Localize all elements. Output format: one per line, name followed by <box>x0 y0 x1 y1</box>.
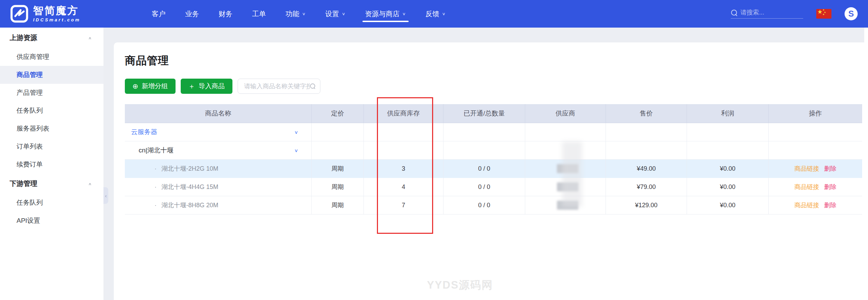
nav-item-resources-store[interactable]: 资源与商店 ∨ <box>365 0 406 28</box>
profit-cell: ¥0.00 <box>687 178 769 196</box>
pricing-cell: 周期 <box>312 196 364 214</box>
plus-icon: ＋ <box>188 83 195 90</box>
column-header-pricing: 定价 <box>312 104 364 123</box>
sidebar-section-downstream[interactable]: 下游管理 ∧ <box>0 173 103 194</box>
avatar-letter: S <box>848 9 854 19</box>
sidebar-item-api-settings[interactable]: API设置 <box>0 212 103 230</box>
global-search-input[interactable] <box>740 9 796 16</box>
sidebar-item-order-list[interactable]: 订单列表 <box>0 138 103 156</box>
product-link-button[interactable]: 商品链接 <box>795 201 819 209</box>
chevron-down-icon[interactable]: ∨ <box>294 129 298 134</box>
search-icon <box>310 83 316 89</box>
chevron-down-icon[interactable]: ∨ <box>294 148 298 153</box>
product-name[interactable]: 湖北十堰-2H2G 10M <box>161 164 218 173</box>
search-icon <box>731 9 738 16</box>
nav-item-label: 功能 <box>286 9 299 19</box>
nav-item-settings[interactable]: 设置 ∨ <box>325 0 345 28</box>
nav-item-business[interactable]: 业务 <box>185 0 199 28</box>
delete-button[interactable]: 删除 <box>824 183 837 191</box>
supplier-stock-cell: 4 <box>364 178 443 196</box>
column-header-supplier: 供应商 <box>525 104 606 123</box>
empty-cell <box>606 123 687 141</box>
empty-cell <box>364 141 443 160</box>
add-group-button[interactable]: ⊕ 新增分组 <box>125 79 176 94</box>
sidebar-item-server-list[interactable]: 服务器列表 <box>0 120 103 138</box>
sidebar-item-products[interactable]: 产品管理 <box>0 84 103 102</box>
empty-cell <box>525 123 606 141</box>
sidebar-item-downstream-task-queue[interactable]: 任务队列 <box>0 194 103 212</box>
pricing-cell: 周期 <box>312 160 364 178</box>
chevron-down-icon: ∨ <box>302 12 306 16</box>
sidebar-section-upstream[interactable]: 上游资源 ∧ <box>0 28 103 48</box>
sidebar-section-label: 上游资源 <box>10 33 37 42</box>
profit-cell: ¥0.00 <box>687 196 769 214</box>
logo-mark-icon <box>10 5 28 23</box>
sale-price-cell: ¥49.00 <box>606 160 687 178</box>
nav-item-label: 资源与商店 <box>365 9 400 19</box>
nav-item-finance[interactable]: 财务 <box>219 0 232 28</box>
product-name[interactable]: 湖北十堰-4H4G 15M <box>161 183 218 191</box>
nav-item-feedback[interactable]: 反馈 ∨ <box>426 0 446 28</box>
table-subgroup-row: cn|湖北十堰 ∨ <box>125 141 862 160</box>
sidebar-item-supplier-management[interactable]: 供应商管理 <box>0 48 103 66</box>
chevron-left-icon: ‹ <box>105 193 107 199</box>
supplier-stock-cell: 7 <box>364 196 443 214</box>
product-search-box[interactable] <box>238 79 320 94</box>
empty-cell <box>769 141 862 160</box>
table-row: · 湖北十堰-4H4G 15M 周期 4 0 / 0 ¥79.00 ¥0.00 … <box>125 178 862 196</box>
sidebar-item-product-management[interactable]: 商品管理 <box>0 66 103 84</box>
product-link-button[interactable]: 商品链接 <box>795 164 819 173</box>
group-name-link[interactable]: 云服务器 <box>131 128 157 137</box>
nav-item-label: 反馈 <box>426 9 439 19</box>
product-search-input[interactable] <box>244 83 310 90</box>
content-background-strip <box>103 28 868 42</box>
nav-item-label: 财务 <box>219 9 232 19</box>
opened-total-cell: 0 / 0 <box>443 178 525 196</box>
nav-item-features[interactable]: 功能 ∨ <box>286 0 306 28</box>
bullet-icon: · <box>154 202 157 209</box>
delete-button[interactable]: 删除 <box>824 164 837 173</box>
nav-item-label: 工单 <box>252 9 266 19</box>
logo-title: 智简魔方 <box>33 5 81 16</box>
empty-cell <box>687 123 769 141</box>
nav-item-customers[interactable]: 客户 <box>152 0 166 28</box>
user-avatar[interactable]: S <box>845 7 858 20</box>
delete-button[interactable]: 删除 <box>824 201 837 209</box>
chevron-up-icon: ∧ <box>88 36 92 40</box>
supplier-stock-cell: 3 <box>364 160 443 178</box>
sidebar-item-renewal-orders[interactable]: 续费订单 <box>0 156 103 173</box>
header-right-area: ★ ★ ★ ★ S <box>731 0 858 28</box>
logo-subtitle: IDCSmart.com <box>33 17 81 22</box>
app-logo[interactable]: 智简魔方 IDCSmart.com <box>10 5 103 23</box>
sidebar-item-task-queue[interactable]: 任务队列 <box>0 102 103 120</box>
import-products-button[interactable]: ＋ 导入商品 <box>181 79 232 94</box>
table-group-row: 云服务器 ∨ <box>125 123 862 141</box>
page-scrollbar[interactable] <box>864 28 868 300</box>
bullet-icon: · <box>154 183 157 191</box>
product-name[interactable]: 湖北十堰-8H8G 20M <box>161 201 218 209</box>
column-header-actions: 操作 <box>769 104 862 123</box>
nav-item-tickets[interactable]: 工单 <box>252 0 266 28</box>
censor-smear <box>562 141 582 207</box>
subgroup-name[interactable]: cn|湖北十堰 <box>139 146 173 155</box>
page-title: 商品管理 <box>125 53 169 68</box>
product-link-button[interactable]: 商品链接 <box>795 183 819 191</box>
empty-cell <box>443 141 525 160</box>
empty-cell <box>769 123 862 141</box>
table-row: · 湖北十堰-2H2G 10M 周期 3 0 / 0 ¥49.00 ¥0.00 … <box>125 160 862 178</box>
top-navigation: 客户 业务 财务 工单 功能 ∨ 设置 ∨ 资源与商店 ∨ 反馈 ∨ <box>152 0 446 28</box>
chevron-down-icon: ∨ <box>402 12 406 16</box>
table-row: · 湖北十堰-8H8G 20M 周期 7 0 / 0 ¥129.00 ¥0.00… <box>125 196 862 214</box>
nav-item-label: 业务 <box>185 9 199 19</box>
sidebar-section-label: 下游管理 <box>10 179 37 188</box>
flag-star-icon: ★ <box>817 9 822 16</box>
plus-circle-icon: ⊕ <box>132 83 138 90</box>
sidebar-collapse-handle[interactable]: ‹ <box>103 187 108 204</box>
products-table: 商品名称 定价 供应商库存 已开通/总数量 供应商 售价 利润 操作 云服务器 … <box>125 104 862 214</box>
language-flag-icon[interactable]: ★ ★ ★ ★ <box>816 9 831 19</box>
global-search[interactable] <box>731 9 803 19</box>
watermark: YYDS源码网 <box>427 278 493 292</box>
chevron-down-icon: ∨ <box>442 12 446 16</box>
column-header-opened-total: 已开通/总数量 <box>443 104 525 123</box>
column-header-sale-price: 售价 <box>606 104 687 123</box>
